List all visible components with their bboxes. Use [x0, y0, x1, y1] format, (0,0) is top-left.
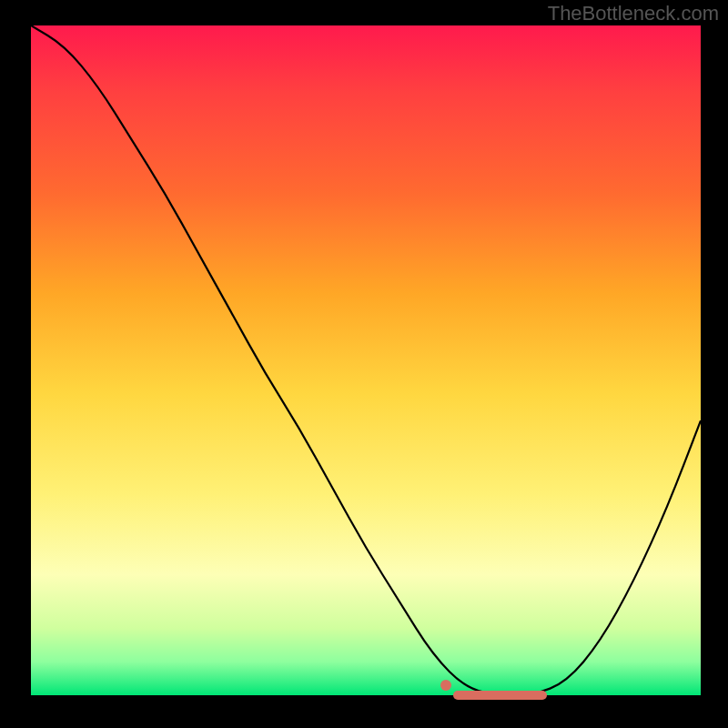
chart-container: TheBottleneck.com — [0, 0, 728, 728]
watermark-text: TheBottleneck.com — [548, 2, 719, 25]
plot-area — [31, 25, 701, 695]
optimal-range-highlight — [453, 691, 547, 700]
curve-line — [31, 25, 701, 695]
bottleneck-curve — [31, 25, 701, 695]
